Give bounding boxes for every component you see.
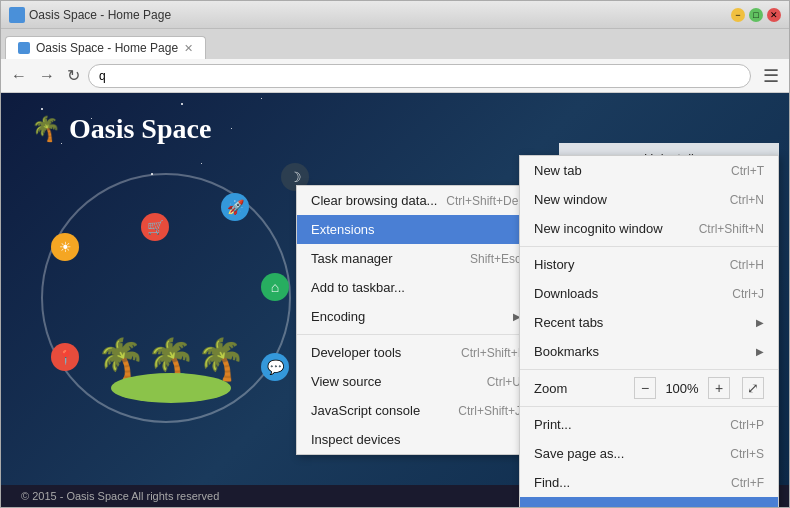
bookmarks-item[interactable]: Bookmarks ▶ [520,337,778,366]
footer-copyright: © 2015 - Oasis Space All rights reserved [21,490,219,502]
separator-r3 [520,406,778,407]
history-shortcut: Ctrl+H [730,258,764,272]
downloads-label: Downloads [534,286,598,301]
downloads-shortcut: Ctrl+J [732,287,764,301]
history-label: History [534,257,574,272]
more-tools-item[interactable]: More tools ▶ [520,497,778,507]
print-shortcut: Ctrl+P [730,418,764,432]
pin-icon: 📍 [51,343,79,371]
site-logo: 🌴 Oasis Space [31,113,211,145]
javascript-console-shortcut: Ctrl+Shift+J [458,404,521,418]
star [261,98,262,99]
address-bar[interactable] [88,64,751,88]
new-tab-item[interactable]: New tab Ctrl+T [520,156,778,185]
active-tab[interactable]: Oasis Space - Home Page ✕ [5,36,206,59]
star [41,108,43,110]
save-page-shortcut: Ctrl+S [730,447,764,461]
chrome-main-menu: New tab Ctrl+T New window Ctrl+N New inc… [519,155,779,507]
tab-label: Oasis Space - Home Page [36,41,178,55]
new-incognito-shortcut: Ctrl+Shift+N [699,222,764,236]
new-tab-shortcut: Ctrl+T [731,164,764,178]
new-incognito-window-item[interactable]: New incognito window Ctrl+Shift+N [520,214,778,243]
clear-browsing-data-label: Clear browsing data... [311,193,437,208]
add-to-taskbar-label: Add to taskbar... [311,280,405,295]
find-shortcut: Ctrl+F [731,476,764,490]
history-item[interactable]: History Ctrl+H [520,250,778,279]
minimize-button[interactable]: − [731,8,745,22]
add-to-taskbar-item[interactable]: Add to taskbar... [297,273,535,302]
clear-browsing-data-shortcut: Ctrl+Shift+Del [446,194,521,208]
downloads-item[interactable]: Downloads Ctrl+J [520,279,778,308]
title-bar-left: Oasis Space - Home Page [9,7,171,23]
zoom-value: 100% [662,381,702,396]
new-window-label: New window [534,192,607,207]
home-icon: ⌂ [261,273,289,301]
site-name: Oasis Space [69,113,211,145]
star [231,128,232,129]
forward-button[interactable]: → [35,65,59,87]
island-illustration: ☀ 🛒 🚀 ☽ ⌂ 💬 📍 ↻ 🌴🌴🌴 [21,153,321,443]
task-manager-shortcut: Shift+Esc [470,252,521,266]
print-item[interactable]: Print... Ctrl+P [520,410,778,439]
zoom-out-button[interactable]: − [634,377,656,399]
cart-icon: 🛒 [141,213,169,241]
inspect-devices-label: Inspect devices [311,432,401,447]
reload-button[interactable]: ↻ [63,64,84,87]
bookmarks-label: Bookmarks [534,344,599,359]
page-content: 🌴 Oasis Space ☀ 🛒 🚀 ☽ ⌂ 💬 📍 ↻ 🌴🌴🌴 [1,93,789,507]
save-page-item[interactable]: Save page as... Ctrl+S [520,439,778,468]
find-item[interactable]: Find... Ctrl+F [520,468,778,497]
more-tools-arrow-icon: ▶ [756,506,764,507]
task-manager-label: Task manager [311,251,393,266]
developer-tools-label: Developer tools [311,345,401,360]
view-source-item[interactable]: View source Ctrl+U [297,367,535,396]
sun-icon: ☀ [51,233,79,261]
chat-icon: 💬 [261,353,289,381]
separator-1 [297,334,535,335]
print-label: Print... [534,417,572,432]
view-source-label: View source [311,374,382,389]
zoom-label: Zoom [534,381,628,396]
save-page-label: Save page as... [534,446,624,461]
tab-bar: Oasis Space - Home Page ✕ [1,29,789,59]
chrome-menu-button[interactable]: ☰ [759,63,783,89]
more-tools-submenu: Clear browsing data... Ctrl+Shift+Del Ex… [296,185,536,455]
new-window-shortcut: Ctrl+N [730,193,764,207]
maximize-button[interactable]: □ [749,8,763,22]
bookmarks-arrow-icon: ▶ [756,346,764,357]
more-tools-label: More tools [534,504,595,507]
task-manager-item[interactable]: Task manager Shift+Esc [297,244,535,273]
inspect-devices-item[interactable]: Inspect devices [297,425,535,454]
view-source-shortcut: Ctrl+U [487,375,521,389]
recent-tabs-arrow-icon: ▶ [756,317,764,328]
separator-r2 [520,369,778,370]
find-label: Find... [534,475,570,490]
clear-browsing-data-item[interactable]: Clear browsing data... Ctrl+Shift+Del [297,186,535,215]
separator-r1 [520,246,778,247]
developer-tools-item[interactable]: Developer tools Ctrl+Shift+I [297,338,535,367]
zoom-in-button[interactable]: + [708,377,730,399]
window-title: Oasis Space - Home Page [29,8,171,22]
extensions-item[interactable]: Extensions [297,215,535,244]
encoding-item[interactable]: Encoding ▶ [297,302,535,331]
tab-close-button[interactable]: ✕ [184,42,193,55]
recent-tabs-label: Recent tabs [534,315,603,330]
recent-tabs-item[interactable]: Recent tabs ▶ [520,308,778,337]
close-button[interactable]: ✕ [767,8,781,22]
back-button[interactable]: ← [7,65,31,87]
new-tab-label: New tab [534,163,582,178]
extensions-label: Extensions [311,222,375,237]
tab-favicon [18,42,30,54]
island-ground [111,373,231,403]
new-window-item[interactable]: New window Ctrl+N [520,185,778,214]
developer-tools-shortcut: Ctrl+Shift+I [461,346,521,360]
new-incognito-label: New incognito window [534,221,663,236]
encoding-label: Encoding [311,309,365,324]
nav-bar: ← → ↻ ☰ [1,59,789,93]
title-bar: Oasis Space - Home Page − □ ✕ [1,1,789,29]
fullscreen-button[interactable]: ⤢ [742,377,764,399]
star [181,103,183,105]
javascript-console-item[interactable]: JavaScript console Ctrl+Shift+J [297,396,535,425]
rocket-icon: 🚀 [221,193,249,221]
browser-icon [9,7,25,23]
